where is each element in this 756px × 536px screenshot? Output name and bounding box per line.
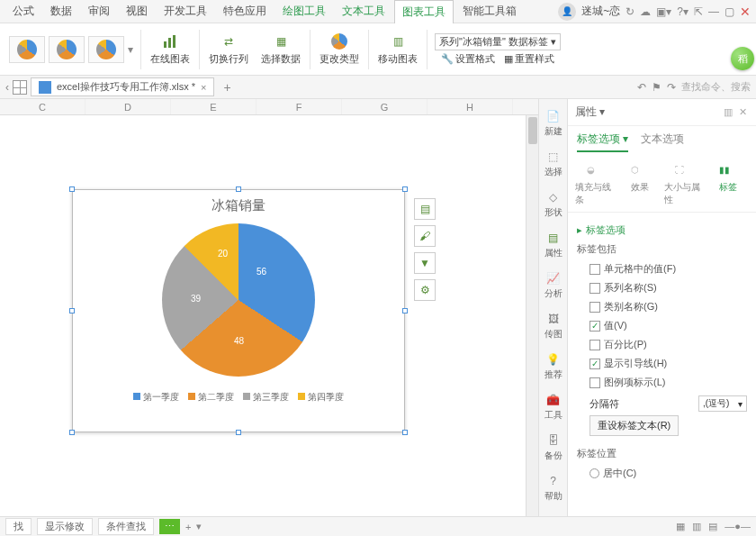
switch-row-col-button[interactable]: ⇄ 切换行列 xyxy=(203,31,254,68)
chart-legend[interactable]: 第一季度 第二季度 第三季度 第四季度 xyxy=(73,391,404,404)
menu-drawing-tools[interactable]: 绘图工具 xyxy=(275,0,333,23)
dock-image[interactable]: 🖼传图 xyxy=(539,307,567,344)
menu-formula[interactable]: 公式 xyxy=(5,0,41,23)
menu-special[interactable]: 特色应用 xyxy=(216,0,274,23)
chart-title[interactable]: 冰箱销量 xyxy=(73,190,404,218)
dock-properties[interactable]: ▤属性 xyxy=(539,226,567,263)
menu-devtools[interactable]: 开发工具 xyxy=(157,0,214,23)
set-format-button[interactable]: 🔧 设置格式 xyxy=(441,52,495,66)
reset-style-button[interactable]: ▦ 重置样式 xyxy=(504,52,554,66)
tab-add-button[interactable]: + xyxy=(218,80,236,95)
undo-icon[interactable]: ↶ xyxy=(637,81,646,94)
goto-icon[interactable]: ↷ xyxy=(667,81,676,94)
checkbox-icon[interactable] xyxy=(590,283,600,294)
flag-icon[interactable]: ⚑ xyxy=(652,81,662,94)
select-data-button[interactable]: ▦ 选择数据 xyxy=(256,31,306,68)
resize-handle[interactable] xyxy=(69,308,75,313)
chart-settings-button[interactable]: ⚙ xyxy=(414,279,436,301)
resize-handle[interactable] xyxy=(69,430,75,435)
skin-icon[interactable]: ▣▾ xyxy=(656,5,671,18)
resize-handle[interactable] xyxy=(236,430,241,435)
menu-review[interactable]: 审阅 xyxy=(81,0,117,23)
menu-view[interactable]: 视图 xyxy=(119,0,155,23)
view-break-icon[interactable]: ▤ xyxy=(708,521,717,532)
conditional-find-button[interactable]: 条件查找 xyxy=(98,518,154,535)
check-6[interactable]: 图例项标示(L) xyxy=(577,373,747,392)
dock-select[interactable]: ⬚选择 xyxy=(539,145,567,182)
check-3[interactable]: ✓值(V) xyxy=(577,316,747,335)
close-icon[interactable]: ✕ xyxy=(740,5,751,19)
sync-icon[interactable]: ↻ xyxy=(626,5,634,18)
subtab-size[interactable]: ⛶大小与属性 xyxy=(664,163,705,208)
subtab-fill-line[interactable]: ◒填充与线条 xyxy=(575,163,616,208)
resize-handle[interactable] xyxy=(69,186,75,192)
export-icon[interactable]: ⇱ xyxy=(694,5,703,18)
spreadsheet-area[interactable]: C D E F G H 冰箱销量 56 48 39 20 xyxy=(0,99,538,516)
resize-handle[interactable] xyxy=(236,186,241,192)
data-label[interactable]: 39 xyxy=(191,294,201,304)
add-sheet-icon[interactable]: + xyxy=(185,522,191,532)
check-1[interactable]: 系列名称(S) xyxy=(577,278,747,297)
pie-chart[interactable]: 56 48 39 20 xyxy=(162,223,315,377)
separator-dropdown[interactable]: ,(逗号)▾ xyxy=(698,395,747,412)
dock-recommend[interactable]: 💡推荐 xyxy=(539,348,567,385)
checkbox-icon[interactable] xyxy=(590,264,600,275)
maximize-icon[interactable]: ▢ xyxy=(724,5,734,18)
checkbox-icon[interactable]: ✓ xyxy=(590,321,600,332)
data-label[interactable]: 48 xyxy=(234,336,244,346)
radio-center[interactable]: 居中(C) xyxy=(577,464,747,483)
tab-close-icon[interactable]: × xyxy=(201,82,206,93)
view-normal-icon[interactable]: ▦ xyxy=(676,521,685,532)
col-header[interactable]: H xyxy=(428,99,513,114)
sheet-more-button[interactable]: ⋯ xyxy=(159,519,180,534)
resize-handle[interactable] xyxy=(402,186,408,192)
cloud-icon[interactable]: ☁ xyxy=(640,5,651,18)
section-label-options[interactable]: ▸ 标签选项 xyxy=(577,223,747,237)
series-dropdown[interactable]: 系列"冰箱销量" 数据标签 ▾ xyxy=(435,33,561,50)
checkbox-icon[interactable] xyxy=(590,302,600,313)
checkbox-icon[interactable] xyxy=(590,377,600,388)
resize-handle[interactable] xyxy=(402,308,408,313)
search-input[interactable]: 查找命令、搜索 xyxy=(681,80,751,94)
check-4[interactable]: 百分比(P) xyxy=(577,335,747,354)
resize-handle[interactable] xyxy=(402,430,408,435)
zoom-slider[interactable]: —●— xyxy=(724,521,751,532)
menu-text-tools[interactable]: 文本工具 xyxy=(335,0,392,23)
menu-chart-tools[interactable]: 图表工具 xyxy=(394,0,454,23)
menu-smart-toolbox[interactable]: 智能工具箱 xyxy=(455,0,524,23)
tab-label-options[interactable]: 标签选项 ▾ xyxy=(577,132,628,152)
tab-text-options[interactable]: 文本选项 xyxy=(641,132,684,152)
panel-controls[interactable]: ▥ ✕ xyxy=(724,106,749,118)
dock-shape[interactable]: ◇形状 xyxy=(539,186,567,223)
sheet-dropdown-icon[interactable]: ▾ xyxy=(196,521,202,532)
dock-tools[interactable]: 🧰工具 xyxy=(539,388,567,425)
online-chart-button[interactable]: 在线图表 xyxy=(145,31,195,68)
chart-style-gallery[interactable]: ▾ xyxy=(5,36,137,63)
find-button[interactable]: 找 xyxy=(5,518,32,535)
col-header[interactable]: D xyxy=(86,99,171,114)
wps-badge-icon[interactable]: 稻 xyxy=(731,47,754,70)
check-2[interactable]: 类别名称(G) xyxy=(577,297,747,316)
data-label[interactable]: 56 xyxy=(256,267,266,277)
dock-analyze[interactable]: 📈分析 xyxy=(539,267,567,304)
checkbox-icon[interactable] xyxy=(590,340,600,350)
chart-brush-button[interactable]: 🖌 xyxy=(414,225,436,247)
file-tab[interactable]: excel操作技巧专用工作簿.xlsx * × xyxy=(31,77,214,96)
col-header[interactable]: E xyxy=(171,99,256,114)
sheet-grid-icon[interactable] xyxy=(13,80,27,95)
data-label[interactable]: 20 xyxy=(218,249,228,259)
dock-backup[interactable]: 🗄备份 xyxy=(539,429,567,466)
tab-prev-icon[interactable]: ‹ xyxy=(5,81,9,94)
show-revisions-button[interactable]: 显示修改 xyxy=(37,518,93,535)
change-type-button[interactable]: 更改类型 xyxy=(314,31,364,68)
help-icon[interactable]: ?▾ xyxy=(677,5,688,18)
chart-elements-button[interactable]: ▤ xyxy=(414,198,436,220)
col-header[interactable]: C xyxy=(0,99,86,114)
vertical-scrollbar[interactable] xyxy=(526,115,538,516)
col-header[interactable]: G xyxy=(342,99,428,114)
check-5[interactable]: ✓显示引导线(H) xyxy=(577,354,747,373)
dock-new[interactable]: 📄新建 xyxy=(539,104,567,141)
chart-filter-button[interactable]: ▼ xyxy=(414,252,436,274)
reset-label-text-button[interactable]: 重设标签文本(R) xyxy=(590,415,679,436)
gallery-more-icon[interactable]: ▾ xyxy=(128,43,133,56)
